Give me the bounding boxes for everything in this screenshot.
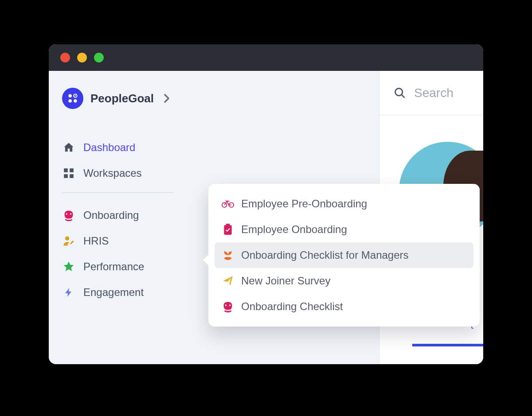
sidebar-item-label: HRIS — [83, 235, 109, 247]
chevron-right-icon — [164, 93, 170, 103]
sidebar-item-label: Engagement — [83, 286, 144, 299]
sidebar-item-onboarding[interactable]: Onboarding — [62, 202, 174, 228]
svg-line-11 — [402, 94, 405, 97]
submenu-item-onboarding[interactable]: Employee Onboarding — [215, 217, 473, 242]
app-window: PeopleGoal Dashboard Workspaces — [49, 44, 483, 364]
svg-point-2 — [75, 95, 76, 97]
sidebar-item-hris[interactable]: HRIS — [62, 228, 174, 254]
sidebar-item-engagement[interactable]: Engagement — [62, 280, 174, 305]
paper-plane-icon — [222, 275, 234, 287]
submenu-item-new-joiner-survey[interactable]: New Joiner Survey — [215, 268, 473, 294]
submenu-item-label: Onboarding Checklist — [241, 300, 343, 313]
svg-point-0 — [68, 94, 71, 97]
sidebar-item-workspaces[interactable]: Workspaces — [62, 160, 174, 186]
svg-point-3 — [68, 99, 71, 102]
brand-row[interactable]: PeopleGoal — [62, 88, 174, 109]
submenu-item-checklist-managers[interactable]: Onboarding Checklist for Managers — [215, 242, 473, 268]
submenu-item-label: Employee Onboarding — [241, 223, 347, 236]
search-icon — [394, 87, 406, 99]
svg-point-10 — [395, 88, 403, 95]
minimize-window-button[interactable] — [77, 53, 87, 62]
sidebar: PeopleGoal Dashboard Workspaces — [49, 71, 187, 364]
submenu-item-label: Onboarding Checklist for Managers — [241, 249, 409, 261]
grid-icon — [62, 167, 75, 179]
svg-rect-15 — [226, 224, 230, 226]
home-icon — [62, 141, 75, 154]
maximize-window-button[interactable] — [94, 53, 104, 62]
bolt-icon — [62, 286, 75, 299]
boat-icon — [222, 300, 234, 313]
submenu-item-label: New Joiner Survey — [241, 275, 330, 287]
window-titlebar — [49, 44, 483, 71]
sidebar-item-label: Workspaces — [83, 167, 142, 179]
sidebar-item-performance[interactable]: Performance — [62, 254, 174, 280]
svg-rect-5 — [64, 168, 68, 172]
divider — [62, 192, 174, 193]
sidebar-item-label: Onboarding — [83, 209, 139, 222]
brand-logo — [62, 88, 83, 109]
bicycle-icon — [222, 199, 234, 209]
boat-icon — [62, 209, 75, 222]
svg-point-4 — [74, 99, 77, 102]
svg-rect-8 — [70, 174, 74, 178]
search-placeholder: Search — [414, 86, 454, 100]
submenu-item-pre-onboarding[interactable]: Employee Pre-Onboarding — [215, 191, 473, 217]
clipboard-check-icon — [222, 224, 234, 235]
sidebar-item-label: Dashboard — [83, 141, 135, 154]
svg-rect-7 — [64, 174, 68, 178]
tab-underline — [412, 344, 483, 346]
brand-name: PeopleGoal — [90, 92, 154, 105]
close-window-button[interactable] — [60, 53, 70, 62]
sidebar-item-dashboard[interactable]: Dashboard — [62, 135, 174, 160]
svg-point-9 — [65, 237, 69, 241]
onboarding-submenu: Employee Pre-Onboarding Employee Onboard… — [208, 184, 480, 327]
star-icon — [62, 260, 75, 273]
seedling-icon — [222, 249, 234, 261]
user-edit-icon — [62, 235, 75, 247]
sidebar-item-label: Performance — [83, 260, 144, 273]
submenu-item-label: Employee Pre-Onboarding — [241, 198, 367, 210]
svg-rect-6 — [70, 168, 74, 172]
submenu-item-onboarding-checklist[interactable]: Onboarding Checklist — [215, 294, 473, 319]
search-bar[interactable]: Search — [379, 71, 483, 115]
